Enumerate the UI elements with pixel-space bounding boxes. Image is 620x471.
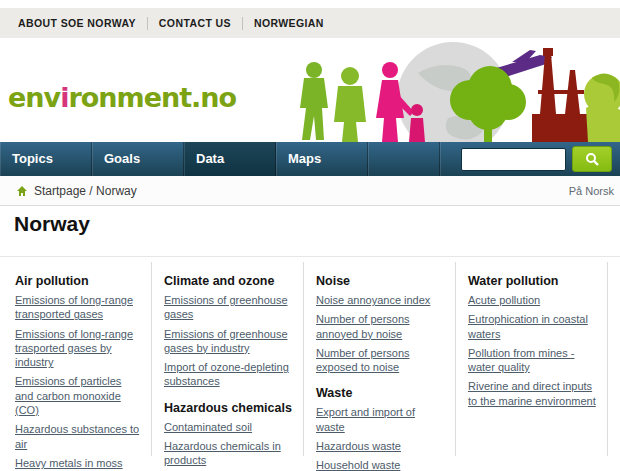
breadcrumb: Startpage / Norway På Norsk — [0, 176, 620, 206]
section-heading: Hazardous chemicals — [164, 401, 293, 415]
topbar-separator — [147, 17, 148, 30]
topic-columns: Air pollutionEmissions of long-range tra… — [0, 262, 608, 456]
search-button[interactable] — [572, 146, 612, 172]
topic-link[interactable]: Emissions of greenhouse gases — [164, 293, 293, 322]
site-logo[interactable]: environment.no — [8, 82, 236, 113]
topic-link[interactable]: Eutrophication in coastal waters — [468, 312, 597, 341]
link-column: Climate and ozoneEmissions of greenhouse… — [152, 262, 304, 456]
woman-face-silhouette — [584, 73, 620, 142]
breadcrumb-path[interactable]: Startpage / Norway — [34, 184, 137, 198]
nav-spacer — [368, 142, 440, 176]
topbar-links: ABOUT SOE NORWAYCONTACT USNORWEGIAN — [18, 17, 324, 30]
link-column: NoiseNoise annoyance indexNumber of pers… — [304, 262, 456, 456]
topic-link[interactable]: Acute pollution — [468, 293, 597, 307]
home-icon — [16, 185, 28, 197]
topic-link[interactable]: Emissions of long-range transported gase… — [15, 293, 141, 322]
topic-link[interactable]: Emissions of greenhouse gases by industr… — [164, 327, 293, 356]
topic-link[interactable]: Emissions of particles and carbon monoxi… — [15, 374, 141, 417]
nav-item-data[interactable]: Data — [184, 142, 276, 176]
topic-link[interactable]: Import of ozone-depleting substances — [164, 360, 293, 389]
people-silhouette — [300, 62, 366, 142]
logo-text-post: ronment.no — [68, 82, 236, 113]
search-icon — [585, 152, 599, 166]
section-heading: Water pollution — [468, 274, 597, 288]
language-link[interactable]: På Norsk — [569, 185, 614, 197]
title-divider — [0, 256, 620, 257]
topic-link[interactable]: Emissions of long-range trasported gases… — [15, 327, 141, 370]
topic-link[interactable]: Hazardous waste — [316, 439, 445, 453]
section-heading: Air pollution — [15, 274, 141, 288]
site-header: environment.no — [0, 38, 620, 142]
section-heading: Noise — [316, 274, 445, 288]
search-input[interactable] — [461, 148, 566, 171]
nav-item-maps[interactable]: Maps — [276, 142, 368, 176]
topic-link[interactable]: Number of persons annoyed by noise — [316, 312, 445, 341]
topbar-separator — [242, 17, 243, 30]
topic-link[interactable]: Riverine and direct inputs to the marine… — [468, 379, 597, 408]
logo-text-pre: env — [8, 82, 60, 113]
nav-item-topics[interactable]: Topics — [0, 142, 92, 176]
nav-menu: TopicsGoalsDataMaps — [0, 142, 368, 176]
topbar-link-norwegian[interactable]: NORWEGIAN — [254, 17, 324, 29]
main-nav: TopicsGoalsDataMaps — [0, 142, 620, 176]
page-title: Norway — [14, 212, 90, 236]
topic-link[interactable]: Hazardous chemicals in products — [164, 439, 293, 468]
topbar-link-about-soe-norway[interactable]: ABOUT SOE NORWAY — [18, 17, 136, 29]
topic-link[interactable]: Heavy metals in moss — [15, 456, 141, 470]
header-illustration — [298, 38, 620, 142]
section-heading: Climate and ozone — [164, 274, 293, 288]
topic-link[interactable]: Pollution from mines - water quality — [468, 346, 597, 375]
link-column: Water pollutionAcute pollutionEutrophica… — [456, 262, 608, 456]
nav-item-goals[interactable]: Goals — [92, 142, 184, 176]
link-column: Air pollutionEmissions of long-range tra… — [0, 262, 152, 456]
topic-link[interactable]: Contaminated soil — [164, 420, 293, 434]
nav-search-area — [440, 142, 620, 176]
topic-link[interactable]: Number of persons exposed to noise — [316, 346, 445, 375]
topic-link[interactable]: Export and import of waste — [316, 405, 445, 434]
topic-link[interactable]: Household waste — [316, 458, 445, 471]
topic-link[interactable]: Noise annoyance index — [316, 293, 445, 307]
topbar: ABOUT SOE NORWAYCONTACT USNORWEGIAN — [0, 8, 620, 38]
section-heading: Waste — [316, 386, 445, 400]
topic-link[interactable]: Hazardous substances to air — [15, 422, 141, 451]
topbar-link-contact-us[interactable]: CONTACT US — [159, 17, 231, 29]
